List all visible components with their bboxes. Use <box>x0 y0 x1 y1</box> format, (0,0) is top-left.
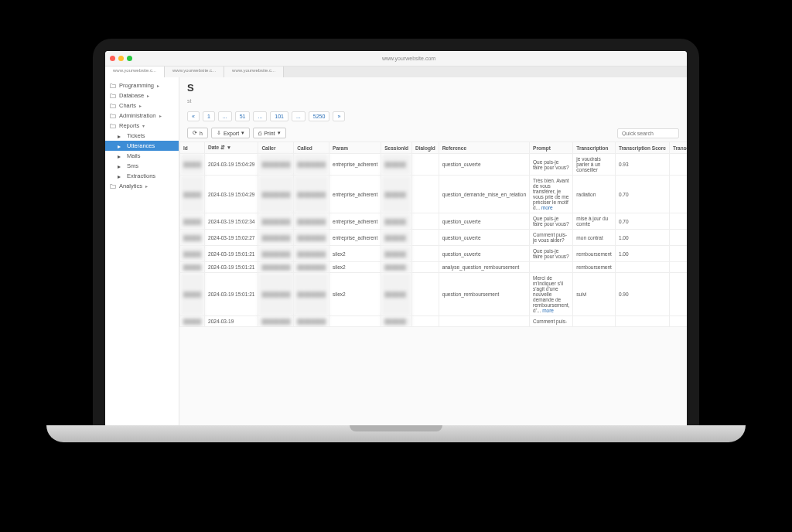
cell-reference: question_ouverte <box>439 246 529 262</box>
folder-icon <box>110 83 116 89</box>
column-header[interactable]: Transcription <box>573 142 616 154</box>
sidebar-label: Utterances <box>127 142 155 149</box>
chevron-icon: ▸ <box>145 183 148 189</box>
cell-dialogid <box>411 316 439 327</box>
table-row[interactable]: █████2024-03-19 15:02:27████████████████… <box>180 230 688 246</box>
cell-reference: question_demande_mise_en_relation <box>439 176 529 213</box>
laptop-base <box>46 425 746 442</box>
sidebar-item-sms[interactable]: ▸Sms <box>105 161 179 171</box>
cell-caller: ████████ <box>258 176 294 213</box>
refresh-button[interactable]: ⟳ h <box>187 128 208 138</box>
sidebar-item-tickets[interactable]: ▸Tickets <box>105 131 179 141</box>
page-51[interactable]: 51 <box>235 111 251 121</box>
download-icon: ⇩ <box>217 130 221 136</box>
sidebar-label: Tickets <box>127 132 145 139</box>
print-icon: ⎙ <box>258 131 261 136</box>
column-header[interactable]: Date ⇵ ▼ <box>205 142 258 154</box>
column-header[interactable]: Id <box>180 142 205 154</box>
cell-id: █████ <box>180 246 205 262</box>
more-link[interactable]: more <box>541 308 554 313</box>
table-row[interactable]: █████2024-03-19 15:01:21████████████████… <box>180 246 688 262</box>
column-header[interactable]: DialogId <box>411 142 439 154</box>
cell-param: entreprise_adherent <box>329 213 381 230</box>
cell-dialogid <box>411 154 439 176</box>
sidebar-label: Extractions <box>127 172 155 179</box>
cell-transcription: je voudrais parler à un conseiller <box>573 154 616 176</box>
minimize-window-icon[interactable] <box>118 56 124 61</box>
chevron-icon: ▾ <box>142 123 145 128</box>
folder-icon <box>110 113 116 119</box>
folder-icon <box>110 183 116 189</box>
cell-correction <box>669 262 687 273</box>
page-5250[interactable]: 5250 <box>309 111 330 121</box>
more-link[interactable]: more <box>540 205 553 210</box>
cell-called: ████████ <box>294 213 329 230</box>
cell-date: 2024-03-19 <box>205 316 258 327</box>
column-header[interactable]: Transcription Score <box>615 142 669 154</box>
page-title: S <box>179 77 687 98</box>
cell-reference <box>439 316 529 327</box>
table-row[interactable]: █████2024-03-19 15:04:29████████████████… <box>180 154 688 176</box>
browser-tab[interactable]: www.yourwebsite.c... <box>165 66 224 77</box>
cell-caller: ████████ <box>258 316 294 327</box>
cell-id: █████ <box>180 316 205 327</box>
table-row[interactable]: █████2024-03-19 15:04:29████████████████… <box>180 176 688 213</box>
column-header[interactable]: Reference <box>439 142 529 154</box>
table-row[interactable]: █████2024-03-19 15:01:21████████████████… <box>180 262 688 273</box>
cell-prompt: Comment puis- <box>530 316 573 327</box>
cell-called: ████████ <box>294 230 329 246</box>
window-controls[interactable] <box>110 56 132 61</box>
sidebar-item-database[interactable]: Database▸ <box>105 90 179 101</box>
table-row[interactable]: █████2024-03-19██████████████████████Com… <box>180 316 688 327</box>
cell-correction <box>669 273 687 316</box>
table-toolbar: ⟳ h ⇩ Export ▾ ⎙ Print ▾ <box>179 124 687 142</box>
chevron-down-icon: ▾ <box>278 130 281 136</box>
sidebar-item-utterances[interactable]: ▸Utterances <box>105 141 179 151</box>
cell-id: █████ <box>180 154 205 176</box>
export-button[interactable]: ⇩ Export ▾ <box>211 128 250 138</box>
cell-dialogid <box>411 230 439 246</box>
cell-correction <box>669 154 687 176</box>
cell-caller: ████████ <box>258 262 294 273</box>
page-...[interactable]: ... <box>218 111 232 121</box>
column-header[interactable]: Param <box>329 142 381 154</box>
browser-tab[interactable]: www.yourwebsite.c... <box>105 66 165 77</box>
column-header[interactable]: Transcription Correction <box>669 142 687 154</box>
table-row[interactable]: █████2024-03-19 15:02:34████████████████… <box>180 213 688 230</box>
sidebar-label: Administration <box>119 112 156 119</box>
sidebar-label: Sms <box>127 162 138 169</box>
document-icon: ▸ <box>118 163 124 169</box>
cell-date: 2024-03-19 15:02:27 <box>205 230 258 246</box>
sidebar-item-extractions[interactable]: ▸Extractions <box>105 171 179 181</box>
maximize-window-icon[interactable] <box>127 56 132 61</box>
page-»[interactable]: » <box>333 111 345 121</box>
sidebar-item-administration[interactable]: Administration▸ <box>105 111 179 121</box>
cell-transcription: suivi <box>573 273 616 316</box>
column-header[interactable]: Called <box>294 142 329 154</box>
page-1[interactable]: 1 <box>203 111 215 121</box>
page-«[interactable]: « <box>187 111 200 121</box>
print-button[interactable]: ⎙ Print ▾ <box>253 128 285 138</box>
sidebar-item-analytics[interactable]: Analytics▸ <box>105 181 179 191</box>
search-input[interactable] <box>617 128 679 138</box>
chevron-icon: ▸ <box>159 113 162 118</box>
sidebar-item-charts[interactable]: Charts▸ <box>105 101 179 111</box>
page-101[interactable]: 101 <box>270 111 288 121</box>
page-...[interactable]: ... <box>253 111 267 121</box>
column-header[interactable]: Caller <box>258 142 294 154</box>
sidebar-item-programming[interactable]: Programming▸ <box>105 80 179 90</box>
table-row[interactable]: █████2024-03-19 15:01:21████████████████… <box>180 273 688 316</box>
column-header[interactable]: SessionId <box>381 142 412 154</box>
page-...[interactable]: ... <box>292 111 306 121</box>
column-header[interactable]: Prompt <box>530 142 573 154</box>
sidebar-item-mails[interactable]: ▸Mails <box>105 151 179 161</box>
cell-sessionid: ██████ <box>381 154 412 176</box>
folder-icon <box>110 123 116 129</box>
browser-tab[interactable]: www.yourwebsite.c... <box>224 66 284 77</box>
sidebar-label: Charts <box>119 102 136 109</box>
address-bar[interactable]: www.yourwebsite.com <box>135 56 682 61</box>
sidebar-item-reports[interactable]: Reports▾ <box>105 121 179 131</box>
folder-icon <box>110 93 116 99</box>
cell-caller: ████████ <box>258 154 294 176</box>
close-window-icon[interactable] <box>110 56 115 61</box>
